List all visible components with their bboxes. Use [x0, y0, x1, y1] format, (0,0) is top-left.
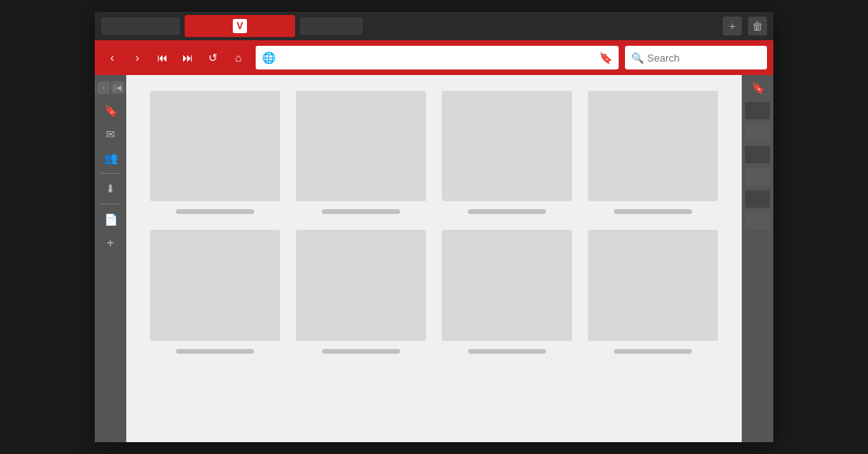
- home-button[interactable]: ⌂: [227, 47, 249, 69]
- thumbnail-7[interactable]: [442, 230, 572, 340]
- thumbnail-8[interactable]: [588, 230, 718, 340]
- address-bookmark-icon: 🔖: [599, 51, 612, 64]
- address-input[interactable]: [280, 52, 594, 64]
- sidebar-item-document[interactable]: 📄: [99, 209, 122, 230]
- search-bar[interactable]: 🔍: [625, 46, 767, 69]
- right-sidebar-item-1: [745, 102, 770, 119]
- back-button[interactable]: ‹: [101, 47, 123, 69]
- thumbnail-6[interactable]: [296, 230, 426, 340]
- label-5: [176, 349, 254, 354]
- tab-bar: V + 🗑: [95, 12, 773, 40]
- label-6: [322, 349, 400, 354]
- search-input[interactable]: [647, 52, 780, 64]
- toolbar: ‹ › ⏮ ⏭ ↺ ⌂ 🌐 🔖 🔍: [95, 40, 773, 75]
- grid-item-7: [442, 230, 572, 353]
- thumbnail-3[interactable]: [442, 91, 572, 201]
- browser-window: V + 🗑 ‹ › ⏮ ⏭ ↺ ⌂ 🌐 🔖 🔍 ‹ ›: [95, 12, 773, 442]
- sidebar-divider: [100, 173, 121, 174]
- grid-item-8: [588, 230, 718, 353]
- address-bar[interactable]: 🌐 🔖: [256, 46, 619, 69]
- right-sidebar-item-6: [745, 212, 770, 230]
- left-sidebar: ‹ › |◀ ▶| 🔖 ✉ 👥 ⬇ 📄 +: [95, 75, 126, 442]
- main-content: [126, 75, 742, 442]
- browser-content: ‹ › |◀ ▶| 🔖 ✉ 👥 ⬇ 📄 +: [95, 75, 773, 442]
- inactive-tab-right[interactable]: [300, 17, 363, 35]
- grid-item-5: [150, 230, 280, 353]
- sidebar-forward-button[interactable]: ›: [97, 81, 110, 94]
- grid-item-1: [150, 91, 280, 214]
- sidebar-skip-button[interactable]: |◀: [111, 81, 124, 94]
- thumbnail-1[interactable]: [150, 91, 280, 201]
- sidebar-divider-2: [100, 204, 121, 204]
- sidebar-add-button[interactable]: +: [107, 236, 114, 250]
- skip-forward-button[interactable]: ⏭: [177, 47, 199, 69]
- search-icon: 🔍: [631, 52, 644, 64]
- label-8: [614, 349, 692, 354]
- right-sidebar: 🔖: [742, 75, 773, 442]
- skip-back-button[interactable]: ⏮: [152, 47, 174, 69]
- thumbnail-4[interactable]: [588, 91, 718, 201]
- right-bookmark-icon[interactable]: 🔖: [751, 81, 765, 94]
- sidebar-item-download[interactable]: ⬇: [99, 178, 122, 199]
- forward-button[interactable]: ›: [126, 47, 148, 69]
- label-2: [322, 209, 400, 214]
- right-sidebar-item-2: [745, 124, 770, 141]
- grid-item-4: [588, 91, 718, 214]
- label-4: [614, 209, 692, 214]
- content-grid: [150, 91, 718, 354]
- refresh-button[interactable]: ↺: [202, 47, 224, 69]
- sidebar-item-bookmark[interactable]: 🔖: [99, 100, 122, 121]
- tab-actions: + 🗑: [723, 17, 767, 36]
- right-sidebar-item-4: [745, 168, 770, 186]
- sidebar-item-mail[interactable]: ✉: [99, 124, 122, 144]
- label-3: [468, 209, 546, 214]
- active-tab[interactable]: V: [185, 15, 295, 37]
- active-tab-icon: V: [233, 19, 247, 33]
- right-sidebar-item-3: [745, 146, 770, 163]
- sidebar-back-button[interactable]: ‹: [95, 81, 95, 94]
- thumbnail-5[interactable]: [150, 230, 280, 340]
- label-1: [176, 209, 254, 214]
- grid-item-6: [296, 230, 426, 353]
- grid-item-2: [296, 91, 426, 214]
- right-sidebar-item-5: [745, 190, 770, 208]
- add-tab-button[interactable]: +: [723, 17, 742, 36]
- inactive-tab-left[interactable]: [101, 17, 180, 35]
- thumbnail-2[interactable]: [296, 91, 426, 201]
- grid-item-3: [442, 91, 572, 214]
- sidebar-item-contacts[interactable]: 👥: [99, 148, 122, 168]
- globe-icon: 🌐: [262, 51, 275, 64]
- delete-tab-button[interactable]: 🗑: [748, 17, 767, 36]
- label-7: [468, 349, 546, 354]
